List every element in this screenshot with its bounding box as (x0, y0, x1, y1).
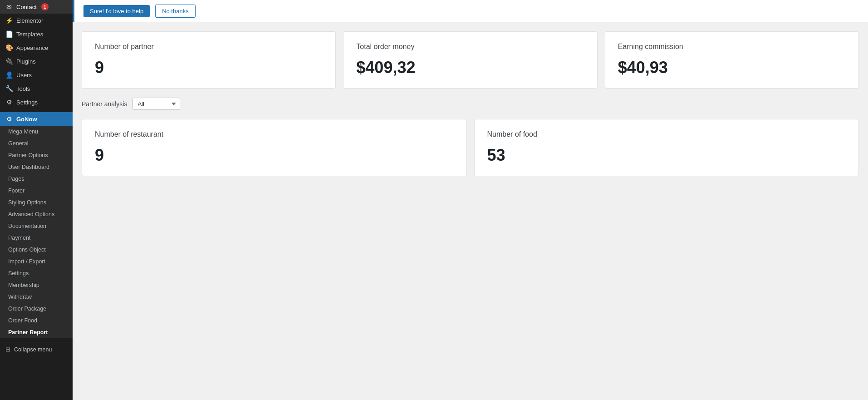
card-food: Number of food 53 (474, 119, 859, 176)
submenu-item-order-package[interactable]: Order Package (0, 303, 73, 315)
sidebar-item-label: Contact (16, 4, 37, 10)
analysis-select[interactable]: All This Week This Month This Year (132, 98, 180, 110)
restaurant-value: 9 (95, 146, 454, 165)
help-no-button[interactable]: No thanks (155, 5, 196, 18)
restaurant-label: Number of restaurant (95, 130, 454, 138)
gonow-arrow-icon: ◀ (63, 116, 67, 122)
help-yes-button[interactable]: Sure! I'd love to help (83, 5, 150, 17)
sidebar-item-plugins[interactable]: 🔌 Plugins (0, 54, 73, 68)
stats-row: Number of partner 9 Total order money $4… (82, 31, 859, 89)
stat-value-partners: 9 (95, 58, 323, 77)
submenu-item-payment[interactable]: Payment (0, 232, 73, 244)
sidebar-item-label: Templates (16, 31, 43, 38)
help-banner: Sure! I'd love to help No thanks (73, 0, 868, 22)
sidebar-top-section: ✉ Contact 1 ⚡ Elementor 📄 Templates 🎨 Ap… (0, 0, 73, 112)
stat-label-earning: Earning commission (618, 43, 846, 51)
sidebar-item-label: Elementor (16, 17, 43, 24)
submenu-item-documentation[interactable]: Documentation (0, 220, 73, 232)
stat-card-total-order: Total order money $409,32 (343, 31, 597, 89)
sidebar-item-appearance[interactable]: 🎨 Appearance (0, 41, 73, 54)
stat-label-partners: Number of partner (95, 43, 323, 51)
contact-icon: ✉ (5, 3, 13, 10)
contact-badge: 1 (41, 3, 49, 10)
submenu-item-user-dashboard[interactable]: User Dashboard (0, 161, 73, 173)
stat-card-partners: Number of partner 9 (82, 31, 336, 89)
stat-value-earning: $40,93 (618, 58, 846, 77)
users-icon: 👤 (5, 71, 13, 79)
card-restaurant: Number of restaurant 9 (82, 119, 467, 176)
plugins-icon: 🔌 (5, 58, 13, 65)
submenu-item-advanced-options[interactable]: Advanced Options (0, 208, 73, 220)
settings-icon: ⚙ (5, 99, 13, 106)
sidebar-item-templates[interactable]: 📄 Templates (0, 27, 73, 41)
submenu-item-settings[interactable]: Settings (0, 267, 73, 279)
sidebar-item-elementor[interactable]: ⚡ Elementor (0, 14, 73, 27)
submenu-item-order-food[interactable]: Order Food (0, 315, 73, 326)
food-value: 53 (487, 146, 846, 165)
templates-icon: 📄 (5, 30, 13, 38)
collapse-label: Collapse menu (14, 346, 52, 353)
main-content: Sure! I'd love to help No thanks Number … (73, 0, 868, 400)
collapse-icon: ⊟ (5, 346, 10, 353)
analysis-header: Partner analysis All This Week This Mont… (82, 98, 859, 110)
submenu-item-general[interactable]: General (0, 138, 73, 149)
gonow-icon: ⚙ (5, 115, 13, 123)
gonow-submenu: Mega Menu General Partner Options User D… (0, 126, 73, 338)
sidebar-item-settings[interactable]: ⚙ Settings (0, 95, 73, 109)
stat-label-total-order: Total order money (356, 43, 584, 51)
sidebar-item-label: Appearance (16, 44, 48, 51)
sidebar-item-label: Settings (16, 99, 38, 106)
analysis-label: Partner analysis (82, 100, 127, 108)
submenu-item-import-export[interactable]: Import / Export (0, 256, 73, 267)
stat-value-total-order: $409,32 (356, 58, 584, 77)
submenu-item-footer[interactable]: Footer (0, 185, 73, 197)
food-label: Number of food (487, 130, 846, 138)
submenu-item-withdraw[interactable]: Withdraw (0, 291, 73, 303)
sidebar-item-tools[interactable]: 🔧 Tools (0, 82, 73, 95)
appearance-icon: 🎨 (5, 44, 13, 51)
bottom-cards-row: Number of restaurant 9 Number of food 53 (82, 119, 859, 176)
sidebar-item-users[interactable]: 👤 Users (0, 68, 73, 82)
submenu-item-partner-report[interactable]: Partner Report (0, 326, 73, 338)
submenu-item-pages[interactable]: Pages (0, 173, 73, 185)
sidebar-item-contact[interactable]: ✉ Contact 1 (0, 0, 73, 14)
submenu-item-options-object[interactable]: Options Object (0, 244, 73, 256)
submenu-item-styling-options[interactable]: Styling Options (0, 197, 73, 208)
collapse-menu-button[interactable]: ⊟ Collapse menu (0, 342, 73, 356)
gonow-label: GoNow (16, 116, 37, 123)
elementor-icon: ⚡ (5, 17, 13, 24)
submenu-item-membership[interactable]: Membership (0, 279, 73, 291)
tools-icon: 🔧 (5, 85, 13, 92)
submenu-item-partner-options[interactable]: Partner Options (0, 149, 73, 161)
sidebar-item-gonow[interactable]: ⚙ GoNow ◀ (0, 112, 73, 126)
stat-card-earning: Earning commission $40,93 (605, 31, 859, 89)
dashboard-content: Number of partner 9 Total order money $4… (73, 22, 868, 400)
sidebar: ✉ Contact 1 ⚡ Elementor 📄 Templates 🎨 Ap… (0, 0, 73, 400)
sidebar-item-label: Tools (16, 85, 30, 92)
sidebar-item-label: Plugins (16, 58, 36, 65)
sidebar-item-label: Users (16, 72, 32, 79)
partner-analysis-section: Partner analysis All This Week This Mont… (82, 98, 859, 110)
submenu-item-mega-menu[interactable]: Mega Menu (0, 126, 73, 138)
